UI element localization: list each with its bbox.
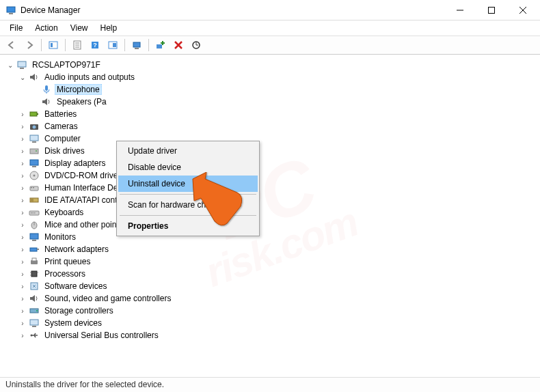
expander-icon[interactable]: › xyxy=(18,232,27,242)
ctx-disable-device[interactable]: Disable device xyxy=(118,159,258,176)
device-tree-view[interactable]: PC risk.com ⌄ RCSLAPTOP971F ⌄ Audio inpu… xyxy=(0,55,540,377)
menu-file[interactable]: File xyxy=(4,22,28,34)
tree-category-label: Universal Serial Bus controllers xyxy=(42,330,161,341)
computer-icon xyxy=(16,59,27,70)
svg-rect-37 xyxy=(31,187,32,188)
expander-icon[interactable]: › xyxy=(18,183,27,193)
category-icon xyxy=(29,133,40,144)
svg-point-31 xyxy=(36,150,37,152)
action-icon[interactable] xyxy=(105,38,120,53)
expander-icon[interactable]: › xyxy=(18,220,27,229)
nav-back-icon[interactable] xyxy=(4,38,19,53)
tree-category[interactable]: ›DVD/CD-ROM drives xyxy=(3,169,537,182)
tree-category-label: System devices xyxy=(42,318,104,328)
tree-category[interactable]: ›Universal Serial Bus controllers xyxy=(3,329,537,341)
svg-rect-18 xyxy=(157,44,162,48)
ctx-uninstall-device[interactable]: Uninstall device xyxy=(118,176,258,192)
close-button[interactable] xyxy=(507,0,539,20)
expander-icon[interactable]: › xyxy=(18,134,27,143)
expander-icon[interactable]: › xyxy=(18,122,27,131)
svg-rect-21 xyxy=(20,68,24,69)
svg-rect-43 xyxy=(31,212,32,214)
expander-icon[interactable]: › xyxy=(18,281,27,291)
tree-category[interactable]: ›Disk drives xyxy=(3,145,537,157)
tree-category-label: Cameras xyxy=(42,121,80,132)
tree-category[interactable]: ›Storage controllers xyxy=(3,305,537,317)
expander-icon[interactable]: › xyxy=(18,294,27,303)
speaker-icon xyxy=(29,72,40,83)
ctx-properties[interactable]: Properties xyxy=(118,218,258,234)
expander-icon[interactable]: › xyxy=(18,195,27,205)
scan-hardware-icon[interactable] xyxy=(129,38,144,53)
tree-category[interactable]: ›System devices xyxy=(3,317,537,329)
tree-category-audio[interactable]: ⌄ Audio inputs and outputs xyxy=(3,71,537,83)
expander-icon[interactable]: ⌄ xyxy=(18,72,27,82)
tree-category[interactable]: ›Cameras xyxy=(3,120,537,132)
expander-icon[interactable]: › xyxy=(18,171,27,180)
svg-rect-54 xyxy=(31,271,37,277)
update-icon[interactable] xyxy=(189,38,204,53)
expander-icon[interactable]: › xyxy=(18,208,27,217)
svg-rect-30 xyxy=(30,149,38,154)
expander-icon[interactable]: › xyxy=(18,257,27,266)
expander-icon[interactable]: ⌄ xyxy=(5,60,15,70)
expander-icon[interactable]: › xyxy=(18,109,27,119)
tree-device-speakers[interactable]: Speakers (Pa xyxy=(3,96,537,108)
tree-category-label: Display adapters xyxy=(42,158,107,169)
tree-category-label: DVD/CD-ROM drives xyxy=(42,170,124,181)
tree-category[interactable]: ›Human Interface Devices xyxy=(3,182,537,194)
show-hidden-icon[interactable] xyxy=(46,38,61,53)
tree-category[interactable]: ›Software devices xyxy=(3,280,537,292)
properties-icon[interactable] xyxy=(70,38,85,53)
tree-category[interactable]: ›Monitors xyxy=(3,231,537,243)
tree-category[interactable]: ›Mice and other pointing devices xyxy=(3,219,537,231)
svg-rect-28 xyxy=(30,135,38,141)
tree-category[interactable]: ›Keyboards xyxy=(3,206,537,219)
tree-category[interactable]: ›Sound, video and game controllers xyxy=(3,292,537,305)
tree-category[interactable]: ›Batteries xyxy=(3,108,537,120)
tree-category[interactable]: ›Computer xyxy=(3,132,537,145)
svg-rect-17 xyxy=(135,48,139,49)
svg-rect-61 xyxy=(30,320,38,325)
tree-category[interactable]: ›Display adapters xyxy=(3,157,537,169)
maximize-button[interactable] xyxy=(476,0,507,20)
tree-category[interactable]: ›Processors xyxy=(3,268,537,280)
menu-action[interactable]: Action xyxy=(29,22,63,34)
tree-category[interactable]: ›Print queues xyxy=(3,255,537,268)
expander-icon[interactable]: › xyxy=(18,146,27,156)
tree-category-label: Network adapters xyxy=(42,244,111,255)
ctx-separator xyxy=(120,194,256,195)
svg-rect-48 xyxy=(30,234,38,239)
svg-rect-50 xyxy=(30,248,37,251)
tree-category-label: Computer xyxy=(42,133,83,144)
remove-icon[interactable] xyxy=(171,38,186,53)
svg-rect-36 xyxy=(30,186,38,191)
tree-category[interactable]: ›IDE ATA/ATAPI controllers xyxy=(3,194,537,206)
expander-icon[interactable]: › xyxy=(18,331,27,340)
menu-help[interactable]: Help xyxy=(95,22,123,34)
help-icon[interactable]: ? xyxy=(87,38,103,53)
ctx-scan-hardware[interactable]: Scan for hardware changes xyxy=(118,197,258,213)
expander-icon[interactable]: › xyxy=(18,269,27,279)
add-legacy-icon[interactable] xyxy=(153,38,168,53)
tree-device-microphone[interactable]: Microphone xyxy=(3,83,537,96)
speaker-icon xyxy=(41,96,52,107)
svg-rect-32 xyxy=(30,160,38,165)
svg-rect-0 xyxy=(7,7,15,12)
expander-icon[interactable]: › xyxy=(18,158,27,168)
menu-view[interactable]: View xyxy=(65,22,94,34)
tree-root[interactable]: ⌄ RCSLAPTOP971F xyxy=(3,59,537,71)
ctx-update-driver[interactable]: Update driver xyxy=(118,143,258,159)
tree-category[interactable]: ›Network adapters xyxy=(3,243,537,255)
svg-rect-53 xyxy=(32,258,36,261)
titlebar: Device Manager xyxy=(0,0,540,20)
expander-icon[interactable]: › xyxy=(18,244,27,254)
minimize-button[interactable] xyxy=(444,0,476,20)
svg-rect-44 xyxy=(33,212,34,214)
expander-icon[interactable]: › xyxy=(18,318,27,328)
context-menu: Update driver Disable device Uninstall d… xyxy=(116,141,260,236)
expander-icon[interactable]: › xyxy=(18,306,27,316)
app-icon xyxy=(5,5,16,16)
category-icon xyxy=(29,170,40,181)
nav-forward-icon[interactable] xyxy=(22,38,37,53)
